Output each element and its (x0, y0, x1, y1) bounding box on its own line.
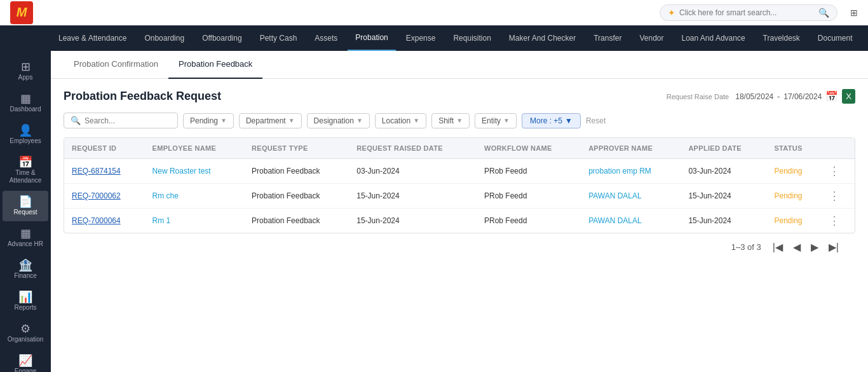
nav-item-expense[interactable]: Expense (398, 25, 444, 51)
nav-item-assets[interactable]: Assets (307, 25, 345, 51)
date-separator: - (777, 92, 780, 101)
apps-icon: ⊞ (21, 61, 31, 72)
sidebar-item-engage[interactable]: 📈 Engage (3, 350, 48, 372)
search-input[interactable] (85, 116, 171, 125)
entity-chevron-icon: ▼ (503, 117, 510, 124)
nav-item-maker[interactable]: Maker And Checker (501, 25, 583, 51)
sidebar-label-employees: Employees (10, 137, 41, 145)
employee-name-0[interactable]: New Roaster test (153, 167, 211, 176)
nav-item-probation[interactable]: Probation (348, 25, 395, 51)
advance-hr-icon: ▦ (20, 228, 31, 239)
reset-button[interactable]: Reset (586, 116, 606, 125)
status-badge-2: Pending (774, 216, 802, 225)
sub-tabs: Probation Confirmation Probation Feedbac… (51, 51, 868, 79)
status-filter-label: Pending (190, 116, 218, 125)
sidebar-item-organisation[interactable]: ⚙ Organisation (3, 318, 48, 348)
nav-item-leave[interactable]: Leave & Attendance (51, 25, 134, 51)
cell-request-id-0[interactable]: REQ-6874154 (64, 159, 145, 184)
sidebar-item-apps[interactable]: ⊞ Apps (3, 56, 48, 86)
nav-item-loan[interactable]: Loan And Advance (674, 25, 752, 51)
first-page-button[interactable]: |◀ (769, 240, 787, 254)
time-icon: 📅 (18, 156, 32, 168)
sidebar-item-advance-hr[interactable]: ▦ Advance HR (3, 223, 48, 253)
entity-filter[interactable]: Entity ▼ (475, 113, 517, 128)
col-request-raised-date: REQUEST RAISED DATE (349, 138, 477, 159)
table-row: REQ-6874154 New Roaster test Probation F… (64, 159, 855, 184)
date-range-label: Request Raise Date (667, 93, 729, 100)
nav-item-pettycash[interactable]: Petty Cash (252, 25, 305, 51)
request-id-link-0[interactable]: REQ-6874154 (72, 167, 121, 176)
department-filter[interactable]: Department ▼ (239, 113, 302, 128)
sidebar-item-request[interactable]: 📄 Request (3, 191, 48, 221)
sidebar-item-employees[interactable]: 👤 Employees (3, 120, 48, 150)
col-request-id: REQUEST ID (64, 138, 145, 159)
col-status: STATUS (766, 138, 821, 159)
logo-text: M (17, 5, 27, 20)
more-filters-button[interactable]: More : +5 ▼ (522, 113, 581, 128)
sidebar-item-finance[interactable]: 🏦 Finance (3, 254, 48, 285)
pagination: 1–3 of 3 |◀ ◀ ▶ ▶| (64, 233, 855, 261)
tab-probation-confirmation[interactable]: Probation Confirmation (64, 51, 168, 79)
sidebar-label-request: Request (13, 209, 37, 216)
more-chevron-icon: ▼ (565, 116, 573, 125)
cell-workflow-1: PRob Feedd (477, 184, 581, 209)
col-workflow-name: WORKFLOW NAME (477, 138, 581, 159)
date-range: Request Raise Date 18/05/2024 - 17/06/20… (667, 89, 855, 104)
last-page-button[interactable]: ▶| (825, 240, 843, 254)
cell-request-id-1[interactable]: REQ-7000062 (64, 184, 145, 209)
next-page-button[interactable]: ▶ (807, 240, 822, 254)
designation-filter-label: Designation (314, 116, 354, 125)
action-menu-1[interactable]: ⋮ (829, 189, 840, 202)
cell-request-type-0: Probation Feedback (244, 159, 349, 184)
approver-name-1[interactable]: PAWAN DALAL (588, 191, 642, 200)
shift-filter[interactable]: Shift ▼ (431, 113, 470, 128)
logo: M (10, 1, 33, 24)
table-header-row: REQUEST ID EMPLOYEE NAME REQUEST TYPE RE… (64, 138, 855, 159)
cell-action-2: ⋮ (821, 209, 855, 233)
nav-item-vendor[interactable]: Vendor (632, 25, 671, 51)
export-excel-button[interactable]: X (842, 89, 855, 104)
smart-search-bar[interactable]: ✦ 🔍 (660, 4, 837, 21)
nav-item-traveldesk[interactable]: Traveldesk (756, 25, 808, 51)
nav-item-onboarding[interactable]: Onboarding (137, 25, 192, 51)
cell-approver-0: probation emp RM (581, 159, 681, 184)
nav-item-transfer[interactable]: Transfer (586, 25, 629, 51)
top-bar: M ✦ 🔍 ⊞ (0, 0, 868, 25)
approver-name-2[interactable]: PAWAN DALAL (588, 216, 642, 225)
cell-employee-name-0: New Roaster test (145, 159, 244, 184)
designation-filter[interactable]: Designation ▼ (307, 113, 370, 128)
smart-search-input[interactable] (679, 8, 815, 17)
status-filter[interactable]: Pending ▼ (183, 113, 234, 128)
request-id-link-2[interactable]: REQ-7000064 (72, 216, 121, 225)
cell-workflow-0: PRob Feedd (477, 159, 581, 184)
col-applied-date: APPLIED DATE (681, 138, 766, 159)
nav-item-document[interactable]: Document (810, 25, 860, 51)
tab-probation-feedback[interactable]: Probation Feedback (168, 51, 262, 79)
employee-name-1[interactable]: Rm che (153, 191, 179, 200)
sidebar-item-time[interactable]: 📅 Time & Attendance (3, 151, 48, 189)
request-id-link-1[interactable]: REQ-7000062 (72, 191, 121, 200)
calendar-icon[interactable]: 📅 (825, 90, 838, 102)
cell-action-1: ⋮ (821, 184, 855, 209)
nav-item-requisition[interactable]: Requisition (445, 25, 498, 51)
employee-name-2[interactable]: Rm 1 (153, 216, 171, 225)
sidebar-item-dashboard[interactable]: ▦ Dashboard (3, 88, 48, 118)
cell-applied-date-2: 15-Jun-2024 (681, 209, 766, 233)
nav-item-offboarding[interactable]: Offboarding (194, 25, 250, 51)
cell-approver-1: PAWAN DALAL (581, 184, 681, 209)
cell-request-type-2: Probation Feedback (244, 209, 349, 233)
data-table: REQUEST ID EMPLOYEE NAME REQUEST TYPE RE… (64, 137, 855, 233)
nav-bar: Leave & Attendance Onboarding Offboardin… (0, 25, 868, 51)
cell-raised-date-1: 15-Jun-2024 (349, 184, 477, 209)
prev-page-button[interactable]: ◀ (789, 240, 804, 254)
page-header: Probation Feedback Request Request Raise… (64, 89, 855, 104)
location-filter[interactable]: Location ▼ (375, 113, 426, 128)
cell-request-id-2[interactable]: REQ-7000064 (64, 209, 145, 233)
approver-name-0[interactable]: probation emp RM (588, 167, 651, 176)
page-title: Probation Feedback Request (64, 90, 221, 103)
action-menu-0[interactable]: ⋮ (829, 165, 840, 177)
action-menu-2[interactable]: ⋮ (829, 214, 840, 227)
location-filter-label: Location (382, 116, 410, 125)
sidebar-item-reports[interactable]: 📊 Reports (3, 286, 48, 317)
search-filter[interactable]: 🔍 (64, 113, 178, 128)
